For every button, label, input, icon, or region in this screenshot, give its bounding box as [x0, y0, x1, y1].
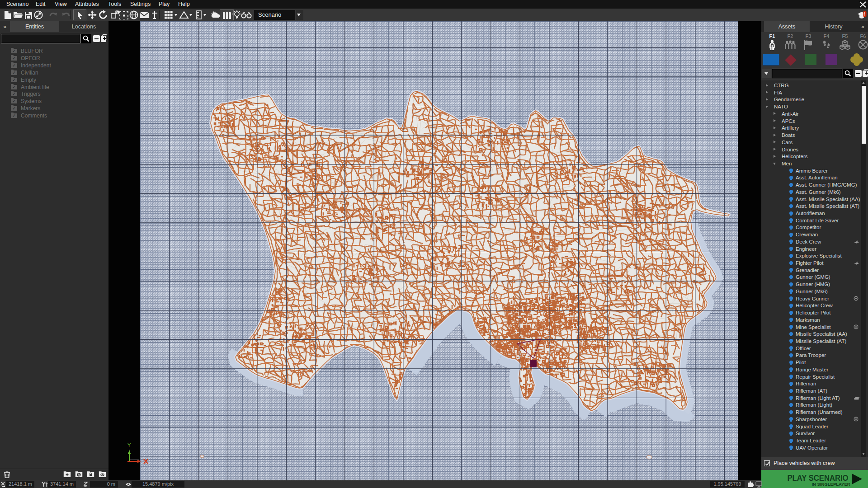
svg-text:Y: Y — [127, 442, 131, 448]
